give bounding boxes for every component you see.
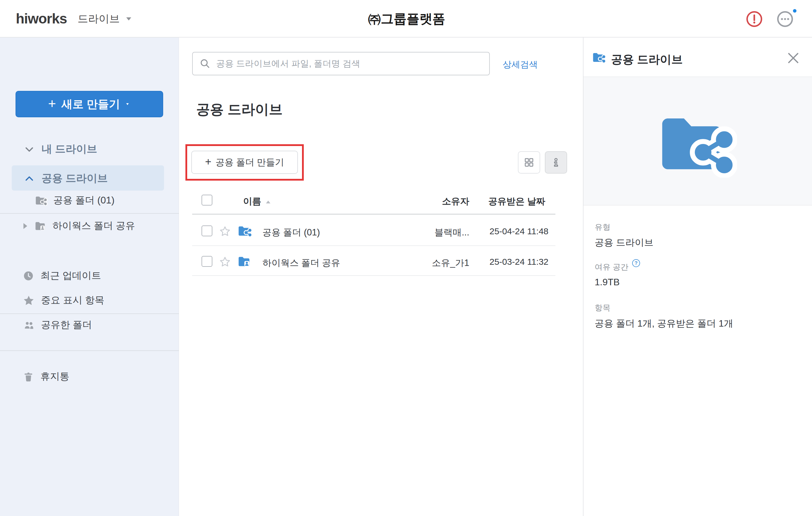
info-panel-button[interactable] (545, 151, 567, 173)
new-create-button[interactable]: + 새로 만들기 (16, 91, 163, 117)
sidebar-item-label: 최근 업데이트 (40, 269, 101, 282)
star-icon (23, 295, 35, 306)
table-bottom-divider (192, 275, 555, 276)
search-icon (200, 58, 210, 69)
hiworks-logo: hiworks (16, 10, 67, 27)
grid-view-button[interactable] (518, 151, 540, 173)
field-value-free-space: 1.9TB (594, 277, 619, 288)
file-name[interactable]: 공용 폴더 (01) (262, 226, 320, 239)
alert-icon[interactable] (746, 11, 762, 27)
sidebar-item-my-drive[interactable]: 내 드라이브 (24, 142, 97, 156)
page-title: 공용 드라이브 (196, 100, 283, 119)
panel-divider (583, 205, 812, 206)
field-label-free-space: 여유 공간 (594, 262, 629, 272)
panel-preview-area (583, 77, 812, 205)
company-title: ㈜그룹플랫폼 (368, 10, 445, 27)
create-shared-folder-button[interactable]: + 공용 폴더 만들기 (191, 151, 298, 174)
sidebar-item-hiworks-folder-share[interactable]: 하이웍스 폴더 공유 (23, 219, 135, 233)
clock-icon (23, 270, 34, 281)
new-create-label: 새로 만들기 (61, 97, 120, 112)
create-shared-folder-label: 공용 폴더 만들기 (215, 156, 284, 169)
sidebar-item-label: 공용 폴더 (01) (53, 194, 115, 207)
field-label-items: 항목 (594, 303, 610, 313)
info-icon (550, 157, 561, 168)
topbar: hiworks 드라이브 ㈜그룹플랫폼 (0, 0, 812, 37)
row-checkbox[interactable] (202, 225, 212, 236)
expand-triangle-icon[interactable] (23, 223, 27, 229)
sidebar-item-starred[interactable]: 중요 표시 항목 (23, 294, 104, 307)
sidebar-item-shared-drive[interactable]: 공용 드라이브 (24, 171, 108, 186)
shared-drive-icon (592, 52, 606, 63)
row-checkbox[interactable] (202, 256, 212, 267)
column-header-label: 이름 (243, 195, 261, 208)
grid-view-icon (524, 157, 534, 168)
sidebar-item-label: 공용 드라이브 (41, 171, 108, 186)
close-icon[interactable] (787, 52, 800, 64)
field-value-items: 공용 폴더 1개, 공유받은 폴더 1개 (594, 317, 733, 330)
person-folder-icon (238, 255, 252, 268)
sidebar-divider (0, 350, 179, 351)
shared-folder-icon (238, 225, 252, 237)
trash-icon (23, 371, 34, 382)
sidebar-item-label: 하이웍스 폴더 공유 (52, 219, 135, 233)
table-header-divider (192, 214, 555, 215)
plus-icon: + (48, 97, 56, 110)
caret-down-icon (125, 103, 130, 106)
star-outline-icon[interactable] (219, 256, 231, 268)
column-header-owner[interactable]: 소유자 (416, 195, 469, 208)
help-icon[interactable]: ? (632, 259, 640, 267)
column-header-shared-date[interactable]: 공유받은 날짜 (488, 195, 545, 208)
people-icon (23, 319, 35, 331)
question-mark: ? (635, 260, 637, 266)
sidebar-item-trash[interactable]: 휴지통 (23, 370, 69, 383)
row-divider (192, 245, 555, 246)
file-name[interactable]: 하이웍스 폴더 공유 (262, 257, 340, 269)
sidebar-item-shared-folders[interactable]: 공유한 폴더 (23, 318, 92, 332)
sidebar-item-label: 공유한 폴더 (41, 318, 92, 332)
sidebar-divider (0, 213, 179, 214)
app-switcher[interactable]: 드라이브 (78, 12, 131, 26)
sort-ascending-icon (266, 200, 270, 203)
shared-date: 25-03-24 11:32 (490, 257, 548, 267)
file-owner: 소유_가1 (416, 257, 469, 269)
more-menu-icon[interactable] (777, 11, 793, 27)
column-header-name[interactable]: 이름 (243, 195, 270, 208)
sidebar-item-shared-folder-01[interactable]: 공용 폴더 (01) (35, 194, 115, 207)
sidebar-item-label: 휴지통 (40, 370, 69, 383)
search-bar (192, 52, 490, 75)
app-switcher-label: 드라이브 (78, 12, 120, 26)
star-outline-icon[interactable] (219, 225, 231, 237)
person-folder-icon (35, 221, 47, 231)
chevron-up-icon (24, 173, 35, 184)
chevron-down-icon (24, 144, 35, 155)
sidebar-item-label: 중요 표시 항목 (41, 294, 104, 307)
caret-down-icon (126, 17, 131, 21)
shared-folder-icon (35, 195, 48, 206)
shared-drive-large-icon (658, 110, 737, 178)
field-label-type: 유형 (594, 222, 610, 233)
sidebar-divider (0, 314, 179, 314)
sidebar-item-recent-updates[interactable]: 최근 업데이트 (23, 269, 101, 282)
search-input[interactable] (215, 58, 483, 69)
notification-dot (793, 9, 796, 12)
panel-title: 공용 드라이브 (611, 52, 683, 67)
plus-icon: + (205, 156, 211, 168)
sidebar-item-label: 내 드라이브 (41, 142, 97, 156)
select-all-checkbox[interactable] (202, 195, 212, 206)
sidebar: + 새로 만들기 내 드라이브 공용 드라이브 공용 폴더 (01) 하이웍스 … (0, 37, 179, 516)
advanced-search-link[interactable]: 상세검색 (503, 59, 538, 71)
field-value-type: 공용 드라이브 (594, 236, 654, 249)
shared-date: 25-04-24 11:48 (490, 226, 548, 236)
file-owner: 블랙매... (416, 226, 469, 239)
